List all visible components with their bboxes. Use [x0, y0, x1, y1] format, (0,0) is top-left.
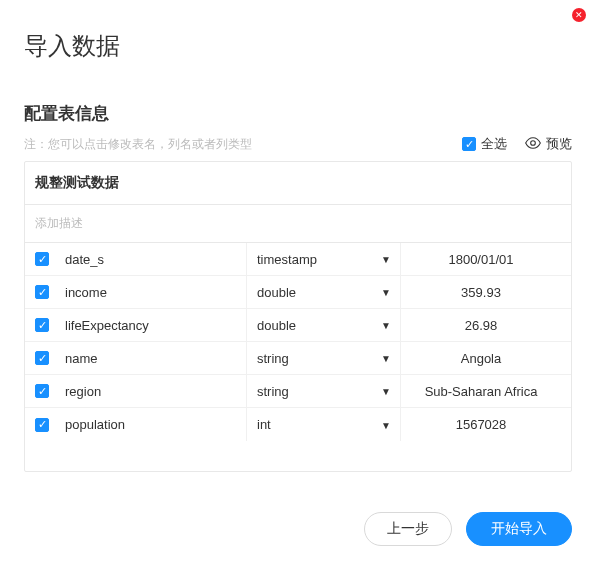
columns-table: 规整测试数据 添加描述 ✓date_stimestamp▼1800/01/01✓…: [24, 161, 572, 472]
table-desc-input[interactable]: 添加描述: [25, 205, 571, 243]
table-row: ✓incomedouble▼359.93: [25, 276, 571, 309]
svg-point-0: [531, 140, 536, 145]
hint-text: 注：您可以点击修改表名，列名或者列类型: [24, 136, 252, 153]
top-actions: ✓ 全选 预览: [462, 135, 572, 153]
import-dialog: 导入数据 配置表信息 注：您可以点击修改表名，列名或者列类型 ✓ 全选 预览 规…: [0, 0, 596, 564]
column-type-select[interactable]: string: [246, 342, 401, 375]
row-checkbox[interactable]: ✓: [35, 285, 49, 299]
sample-value: 26.98: [401, 318, 561, 333]
row-checkbox[interactable]: ✓: [35, 318, 49, 332]
column-type-select[interactable]: int: [246, 408, 401, 441]
table-row: ✓populationint▼1567028: [25, 408, 571, 441]
sample-value: 359.93: [401, 285, 561, 300]
table-row: ✓date_stimestamp▼1800/01/01: [25, 243, 571, 276]
hint-row: 注：您可以点击修改表名，列名或者列类型 ✓ 全选 预览: [24, 135, 572, 153]
eye-icon: [525, 137, 541, 152]
column-name[interactable]: income: [65, 285, 246, 300]
close-button[interactable]: ✕: [572, 8, 586, 22]
preview-label: 预览: [546, 135, 572, 153]
start-import-button[interactable]: 开始导入: [466, 512, 572, 546]
preview-button[interactable]: 预览: [525, 135, 572, 153]
close-icon: ✕: [575, 11, 583, 20]
select-all-checkbox[interactable]: ✓ 全选: [462, 135, 507, 153]
sample-value: 1800/01/01: [401, 252, 561, 267]
table-row: ✓namestring▼Angola: [25, 342, 571, 375]
section-title: 配置表信息: [24, 102, 572, 125]
column-type-select[interactable]: string: [246, 375, 401, 408]
dialog-footer: 上一步 开始导入: [24, 512, 572, 546]
dialog-title: 导入数据: [24, 30, 572, 62]
row-checkbox[interactable]: ✓: [35, 252, 49, 266]
column-name[interactable]: name: [65, 351, 246, 366]
row-checkbox[interactable]: ✓: [35, 418, 49, 432]
table-row: ✓regionstring▼Sub-Saharan Africa: [25, 375, 571, 408]
prev-button[interactable]: 上一步: [364, 512, 452, 546]
table-row: ✓lifeExpectancydouble▼26.98: [25, 309, 571, 342]
sample-value: 1567028: [401, 417, 561, 432]
row-checkbox[interactable]: ✓: [35, 384, 49, 398]
column-type-select[interactable]: timestamp: [246, 243, 401, 276]
column-name[interactable]: region: [65, 384, 246, 399]
column-name[interactable]: date_s: [65, 252, 246, 267]
sample-value: Angola: [401, 351, 561, 366]
column-type-select[interactable]: double: [246, 276, 401, 309]
column-name[interactable]: population: [65, 417, 246, 432]
table-padding: [25, 441, 571, 471]
select-all-label: 全选: [481, 135, 507, 153]
column-name[interactable]: lifeExpectancy: [65, 318, 246, 333]
column-type-select[interactable]: double: [246, 309, 401, 342]
row-checkbox[interactable]: ✓: [35, 351, 49, 365]
sample-value: Sub-Saharan Africa: [401, 384, 561, 399]
table-name[interactable]: 规整测试数据: [25, 162, 571, 205]
checkbox-icon: ✓: [462, 137, 476, 151]
